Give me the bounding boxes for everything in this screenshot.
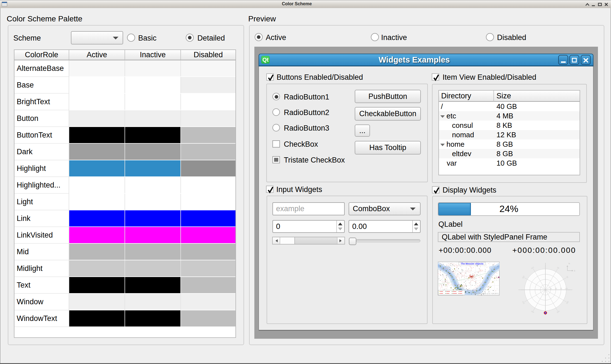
svg-text:240: 240 <box>531 310 535 313</box>
svg-text:330: 330 <box>566 301 569 304</box>
svg-text:150: 150 <box>522 275 525 279</box>
svg-text:N: N <box>568 262 570 265</box>
svg-text:120: 120 <box>531 266 534 270</box>
svg-text:210: 210 <box>522 301 525 304</box>
svg-text:30: 30 <box>566 276 569 278</box>
svg-text:25: 25 <box>550 288 552 290</box>
svg-text:100: 100 <box>565 288 568 290</box>
svg-text:75: 75 <box>560 288 562 290</box>
svg-text:300: 300 <box>556 310 560 313</box>
svg-text:60: 60 <box>557 266 560 269</box>
svg-text:Jim Cornmell (CC SA-BY): Jim Cornmell (CC SA-BY) <box>473 292 499 295</box>
svg-text:50: 50 <box>555 288 557 290</box>
svg-text:The Messier objects: The Messier objects <box>461 262 483 265</box>
svg-text:E: E <box>574 270 575 272</box>
